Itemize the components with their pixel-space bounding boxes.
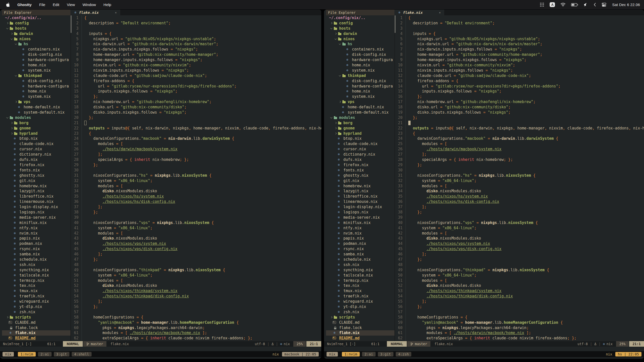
chevron-down-icon[interactable] [330,116,332,118]
chevron-right-icon[interactable] [335,127,337,129]
terminal-window-right[interactable]: File Explorer ❄ flake.nix ✕ ~/.config/ni… [324,10,644,359]
chevron-down-icon[interactable] [6,116,8,118]
tree-file-ssh.nix[interactable]: ❄ssh.nix [2,262,70,267]
tree-folder-modules[interactable]: modules [2,115,70,120]
chevron-right-icon[interactable] [6,22,8,24]
tree-file-disk-config.nix[interactable]: ❄disk-config.nix [326,52,394,57]
tree-file-linearmouse.nix[interactable]: ❄linearmouse.nix [326,199,394,204]
tree-file-papis.nix[interactable]: ❄papis.nix [2,236,70,241]
tree-file-system.nix[interactable]: ❄system.nix [2,68,70,73]
tree-folder-nixos[interactable]: nixos [2,36,70,42]
tree-file-media-server.nix[interactable]: ❄media-server.nix [326,215,394,220]
chevron-right-icon[interactable] [335,32,337,34]
tree-file-ntfy.nix[interactable]: ❄ntfy.nix [326,225,394,231]
tree-folder-nixos[interactable]: nixos [326,36,394,42]
tree-file-tex.nix[interactable]: ❄tex.nix [2,283,70,288]
tree-file-linearmouse.nix[interactable]: ❄linearmouse.nix [2,199,70,204]
tree-file-hardware-configura[interactable]: ❄hardware-configura [326,84,394,89]
tree-file-logiops.nix[interactable]: ❄logiops.nix [2,210,70,215]
menu-app-name[interactable]: Ghostty [17,3,32,7]
menu-file[interactable]: File [39,3,45,7]
tree-file-wireguard.nix[interactable]: ❄wireguard.nix [2,299,70,304]
chevron-down-icon[interactable] [15,43,17,45]
tab-close-icon[interactable]: ✕ [115,11,117,14]
tree-file-media-server.nix[interactable]: ❄media-server.nix [2,215,70,220]
tree-file-ghostty.nix[interactable]: ❄ghostty.nix [2,173,70,178]
tree-file-btop.nix[interactable]: ❄btop.nix [326,136,394,141]
tree-file-firefox.nix[interactable]: ❄firefox.nix [2,162,70,168]
tree-file-login-display.nix[interactable]: ❄login-display.nix [2,204,70,210]
tree-file-firefox.nix[interactable]: ❄firefox.nix [326,162,394,168]
tree-file-claude-code.nix[interactable]: ❄claude-code.nix [326,141,394,147]
tree-file-libreoffice.nix[interactable]: ❄libreoffice.nix [2,194,70,199]
chevron-down-icon[interactable] [11,37,13,39]
tmux-window-3:git[interactable]: 3:git [378,352,393,356]
tree-file-homebrew.nix[interactable]: ❄homebrew.nix [326,184,394,189]
tree-file-termscp.nix[interactable]: ❄termscp.nix [2,278,70,283]
tree-file-dictionary.nix[interactable]: ❄dictionary.nix [326,152,394,157]
tree-file-nvim.nix[interactable]: ❄nvim.nix [2,231,70,236]
tree-file-yt-dlp.nix[interactable]: ❄yt-dlp.nix [326,304,394,309]
tree-file-CLAUDE.md[interactable]: M↓CLAUDE.md [326,320,394,325]
battery-charging-icon[interactable] [571,2,578,8]
tree-file-lazygit.nix[interactable]: ❄lazygit.nix [2,189,70,194]
tree-folder-scripts[interactable]: scripts [326,315,394,320]
tree-folder-config[interactable]: config [2,21,70,26]
tree-file-podman.nix[interactable]: ❄podman.nix [326,241,394,246]
tmux-window-4:shell[interactable]: 4:shell [72,352,92,356]
tree-file-zsh.nix[interactable]: ❄zsh.nix [2,309,70,315]
tree-root-path[interactable]: ~/.config/nix/.. [2,15,70,21]
tree-folder-borg[interactable]: borg [2,120,70,126]
tmux-session-badge[interactable]: nix [327,352,338,356]
tree-folder-gnome[interactable]: gnome [326,126,394,131]
tree-file-hardware-configura[interactable]: ❄hardware-configura [2,57,70,63]
chevron-down-icon[interactable] [339,74,341,76]
tmux-window-3:git[interactable]: 3:git [54,352,69,356]
tree-folder-hyprland[interactable]: hyprland [326,131,394,136]
tree-file-ghostty.nix[interactable]: ❄ghostty.nix [326,173,394,178]
menu-help[interactable]: Help [103,3,111,7]
tree-file-ssh.nix[interactable]: ❄ssh.nix [326,262,394,267]
tree-folder-thinkpad[interactable]: thinkpad [326,73,394,78]
tree-file-home.nix[interactable]: ❄home.nix [2,89,70,94]
tree-folder-hs[interactable]: hs [326,41,394,47]
tree-folder-scripts[interactable]: scripts [2,315,70,320]
chevron-down-icon[interactable] [335,37,337,39]
control-center-icon[interactable] [601,2,607,8]
tree-file-podman.nix[interactable]: ❄podman.nix [2,241,70,246]
tree-file-homebrew.nix[interactable]: ❄homebrew.nix [2,184,70,189]
tree-file-nvim.nix[interactable]: ❄nvim.nix [326,231,394,236]
chevron-left-icon[interactable] [594,2,596,8]
tree-folder-vps[interactable]: vps [326,99,394,105]
code-editor[interactable]: { description = "Default environment"; i… [82,15,321,341]
tree-scrollbar[interactable] [71,15,71,33]
tree-file-home.nix[interactable]: ❄home.nix [326,89,394,94]
tree-file-disk-config.nix[interactable]: ❄disk-config.nix [2,52,70,57]
tmux-window-2:ai[interactable]: 2:ai [362,352,376,356]
tree-file-tmux.nix[interactable]: ❄tmux.nix [326,288,394,294]
tree-file-home-default.nix[interactable]: ❄home-default.nix [326,105,394,110]
tree-file-samba.nix[interactable]: ❄samba.nix [2,252,70,257]
tree-scrollbar[interactable] [395,15,395,33]
tree-file-CLAUDE.md[interactable]: M↓CLAUDE.md [2,320,70,325]
tree-file-README.md[interactable]: M↓README.md [326,336,394,341]
tree-file-system.nix[interactable]: ❄system.nix [2,94,70,99]
tree-file-miniflux.nix[interactable]: ❄miniflux.nix [326,220,394,225]
tree-file-flake.lock[interactable]: flake.lock [326,325,394,331]
editor-tab-flake-nix[interactable]: ❄ flake.nix ✕ [394,10,444,15]
tree-file-rsync.nix[interactable]: ❄rsync.nix [2,246,70,252]
tree-file-flake.nix[interactable]: ❄flake.nix [326,330,394,336]
tmux-session-badge[interactable]: nix [3,352,14,356]
tree-folder-hosts[interactable]: hosts [2,26,70,31]
tree-folder-darwin[interactable]: darwin [326,31,394,36]
tree-file-containers.nix[interactable]: ❄containers.nix [2,47,70,52]
tree-file-cursor.nix[interactable]: ❄cursor.nix [2,147,70,152]
tree-file-flake.lock[interactable]: flake.lock [2,325,70,331]
tree-file-system.nix[interactable]: ❄system.nix [326,94,394,99]
chevron-right-icon[interactable] [15,101,17,103]
tree-folder-hosts[interactable]: hosts [326,26,394,31]
tree-file-traefik.nix[interactable]: ❄traefik.nix [326,294,394,299]
chevron-down-icon[interactable] [15,74,17,76]
tree-folder-hs[interactable]: hs [2,41,70,47]
terminal-window-left[interactable]: File Explorer ❄ flake.nix ✕ ~/.config/ni… [0,10,321,359]
